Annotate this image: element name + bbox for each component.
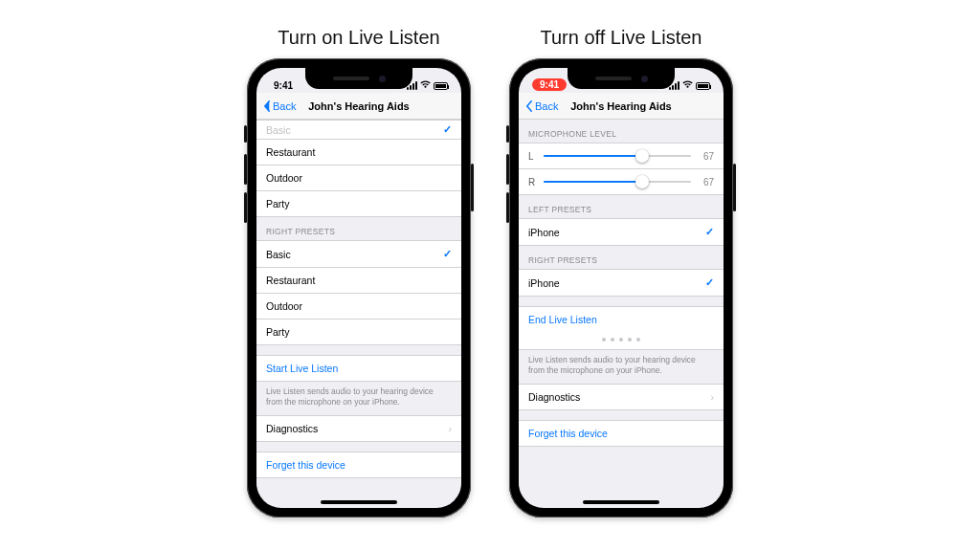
iphone-frame-right: 9:41 Back John's Hearing Aids: [509, 58, 733, 518]
settings-content-b: MICROPHONE LEVEL L 67 R: [519, 120, 724, 508]
slider-thumb[interactable]: [635, 149, 649, 163]
mic-slider-left[interactable]: L 67: [519, 143, 724, 168]
diagnostics-row[interactable]: Diagnostics ›: [519, 384, 724, 410]
battery-icon: [696, 82, 710, 90]
mic-slider-right[interactable]: R 67: [519, 168, 724, 195]
chevron-left-icon: [524, 100, 534, 112]
check-icon: ✓: [705, 226, 714, 238]
caption-off: Turn off Live Listen: [541, 27, 702, 49]
back-button[interactable]: Back: [262, 100, 296, 112]
live-listen-note: Live Listen sends audio to your hearing …: [256, 382, 461, 415]
slider-track[interactable]: [544, 175, 691, 188]
chevron-left-icon: [262, 100, 272, 112]
slider-label: L: [528, 151, 538, 162]
list-item[interactable]: Outdoor: [256, 293, 461, 319]
live-listen-note: Live Listen sends audio to your hearing …: [519, 350, 724, 384]
slider-track[interactable]: [544, 149, 691, 163]
end-live-listen-label: End Live Listen: [528, 314, 714, 325]
status-time: 9:41: [270, 80, 293, 91]
preset-label: iPhone: [528, 277, 705, 289]
slider-value: 67: [697, 177, 714, 187]
preset-label: Basic: [266, 124, 443, 136]
check-icon: ✓: [705, 276, 714, 289]
nav-bar: Back John's Hearing Aids: [519, 93, 724, 120]
list-item[interactable]: Party: [256, 319, 461, 345]
preset-label: Restaurant: [266, 275, 452, 286]
start-live-listen-button[interactable]: Start Live Listen: [256, 355, 461, 382]
chevron-right-icon: ›: [711, 391, 715, 403]
wifi-icon: [420, 80, 431, 91]
group-header-left-presets: LEFT PRESETS: [519, 195, 724, 218]
list-item[interactable]: Restaurant: [256, 139, 461, 165]
preset-label: Party: [266, 326, 452, 338]
diagnostics-row[interactable]: Diagnostics ›: [256, 415, 461, 442]
diagnostics-label: Diagnostics: [528, 391, 711, 403]
home-indicator[interactable]: [583, 500, 659, 504]
caption-on: Turn on Live Listen: [278, 27, 439, 49]
chevron-right-icon: ›: [449, 423, 453, 434]
preset-label: iPhone: [528, 227, 705, 238]
start-live-listen-label: Start Live Listen: [266, 363, 452, 374]
back-button[interactable]: Back: [524, 100, 558, 112]
list-item[interactable]: iPhone ✓: [519, 269, 724, 297]
wifi-icon: [682, 80, 693, 91]
nav-bar: Back John's Hearing Aids: [256, 93, 461, 120]
slider-value: 67: [697, 151, 714, 162]
list-item[interactable]: Basic ✓: [256, 120, 461, 139]
home-indicator[interactable]: [321, 500, 397, 504]
preset-label: Party: [266, 198, 452, 209]
preset-label: Outdoor: [266, 172, 452, 184]
forget-device-label: Forget this device: [266, 459, 452, 471]
forget-device-button[interactable]: Forget this device: [519, 420, 724, 447]
list-item[interactable]: iPhone ✓: [519, 218, 724, 246]
list-item[interactable]: Restaurant: [256, 267, 461, 293]
audio-level-dots: [519, 332, 724, 350]
diagnostics-label: Diagnostics: [266, 423, 449, 434]
back-label: Back: [273, 100, 296, 112]
end-live-listen-button[interactable]: End Live Listen: [519, 306, 724, 332]
list-item[interactable]: Outdoor: [256, 165, 461, 190]
preset-label: Restaurant: [266, 146, 452, 158]
list-item[interactable]: Basic ✓: [256, 240, 461, 267]
preset-label: Outdoor: [266, 300, 452, 312]
settings-content-a: Basic ✓ Restaurant Outdoor Party RIGHT P…: [256, 120, 461, 508]
battery-icon: [434, 82, 448, 90]
preset-label: Basic: [266, 249, 443, 260]
forget-device-label: Forget this device: [528, 428, 714, 439]
slider-label: R: [528, 177, 538, 187]
group-header-right-presets: RIGHT PRESETS: [256, 217, 461, 240]
check-icon: ✓: [443, 248, 452, 260]
check-icon: ✓: [443, 123, 452, 136]
back-label: Back: [535, 100, 558, 112]
group-header-mic: MICROPHONE LEVEL: [519, 120, 724, 143]
group-header-right-presets: RIGHT PRESETS: [519, 246, 724, 269]
slider-thumb[interactable]: [635, 175, 649, 188]
list-item[interactable]: Party: [256, 190, 461, 217]
forget-device-button[interactable]: Forget this device: [256, 452, 461, 478]
iphone-frame-left: 9:41 Back John's Hearing Aids: [247, 58, 471, 518]
status-time-recording[interactable]: 9:41: [532, 78, 567, 91]
